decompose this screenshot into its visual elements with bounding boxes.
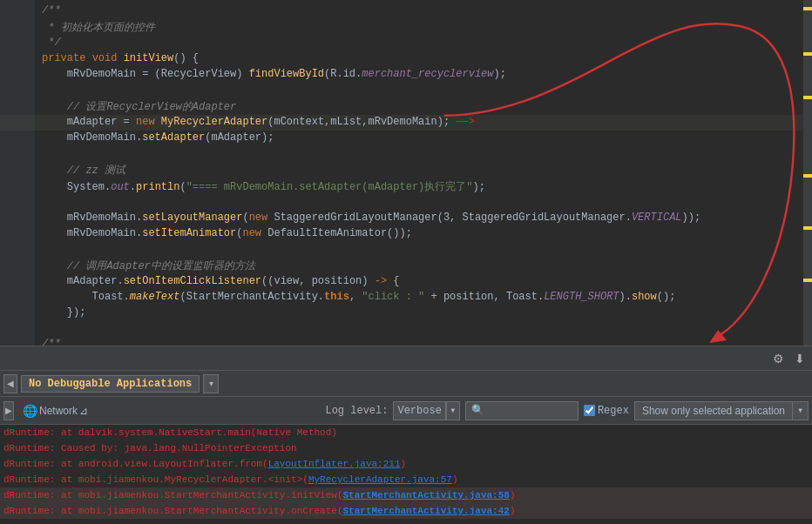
log-link[interactable]: LayoutInflater.java:211 [268, 459, 401, 469]
code-line: /** [0, 337, 803, 346]
line-content: mAdapter.setOnItemClickListener((view, p… [35, 275, 803, 287]
log-level-selector[interactable]: Verbose ▾ [393, 401, 459, 420]
network-icon: 🌐 [23, 404, 37, 418]
log-controls-bar: ▶ 🌐 Network ⊿ Log level: Verbose ▾ Regex [0, 397, 812, 425]
line-content: /** [35, 338, 803, 346]
code-line: }); [0, 306, 803, 321]
line-content: }); [35, 306, 803, 319]
log-level-value[interactable]: Verbose [393, 401, 445, 420]
line-content: Toast.makeText(StartMerchantActivity.thi… [35, 291, 803, 303]
regex-label[interactable]: Regex [584, 405, 629, 417]
margin-mark [803, 52, 812, 56]
log-text: at android.app.Activity.performCreate(Ac… [61, 521, 389, 522]
log-line: dRuntime: at mobi.jiamenkou.MyRecyclerAd… [0, 472, 812, 487]
log-prefix: dRuntime: [3, 443, 55, 453]
code-line: // zz 测试 [0, 162, 803, 178]
log-text: at mobi.jiamenkou.StartMerchantActivity.… [61, 506, 516, 516]
line-content: mRvDemoMain.setItemAnimator(new DefaultI… [35, 227, 803, 239]
network-dropdown-arrow: ⊿ [79, 405, 88, 417]
settings-button[interactable]: ⚙ [769, 350, 788, 367]
code-line [0, 146, 803, 162]
app-selector-label: No Debuggable Applications [21, 375, 200, 393]
regex-text: Regex [598, 405, 629, 417]
editor-toolbar: ⚙ ⬇ [0, 346, 812, 371]
log-link[interactable]: Activity.java:5231 [280, 521, 383, 522]
log-line: dRuntime: at mobi.jiamenkou.StartMerchan… [0, 503, 812, 519]
log-text: at dalvik.system.NativeStart.main(Native… [61, 427, 337, 438]
log-text: at mobi.jiamenkou.MyRecyclerAdapter.<ini… [61, 474, 458, 485]
code-line: mRvDemoMain.setLayoutManager(new Stagger… [0, 211, 803, 226]
log-link[interactable]: StartMerchantActivity.java:58 [342, 490, 509, 500]
line-content: mRvDemoMain = (RecyclerView) findViewByI… [35, 68, 803, 80]
log-text: at mobi.jiamenkou.StartMerchantActivity.… [61, 490, 516, 500]
margin-mark [803, 279, 812, 282]
log-level-dropdown-arrow[interactable]: ▾ [446, 401, 460, 420]
margin-mark [803, 226, 812, 230]
code-line: System.out.println("==== mRvDemoMain.set… [0, 178, 803, 195]
regex-checkbox[interactable] [584, 405, 595, 416]
code-line-highlighted: mAdapter = new MyRecyclerAdapter(mContex… [0, 115, 803, 131]
log-output: dRuntime: at dalvik.system.NativeStart.m… [0, 425, 812, 522]
code-line: private void initView() { [0, 51, 803, 67]
code-line [0, 83, 803, 98]
log-prefix: dRuntime: [3, 521, 55, 522]
margin-mark [803, 174, 812, 178]
log-level-label: Log level: [325, 405, 388, 417]
log-prefix: dRuntime: [3, 490, 55, 500]
show-app-button[interactable]: Show only selected application [634, 401, 793, 420]
download-button[interactable]: ⬇ [791, 350, 809, 367]
app-selector-dropdown[interactable]: ▾ [203, 374, 219, 393]
margin-mark [803, 7, 812, 10]
log-prefix: dRuntime: [3, 506, 55, 516]
margin-mark [803, 96, 812, 99]
code-line: mAdapter.setOnItemClickListener((view, p… [0, 274, 803, 290]
log-link[interactable]: StartMerchantActivity.java:42 [342, 506, 509, 516]
log-line: dRuntime: Caused by: java.lang.NullPoint… [0, 440, 812, 456]
show-app-dropdown-arrow[interactable]: ▾ [793, 401, 809, 420]
toolbar-right: ⚙ ⬇ [769, 350, 809, 367]
network-label: Network [39, 405, 78, 417]
code-line: // 设置RecyclerView的Adapter [0, 98, 803, 115]
log-prefix: dRuntime: [3, 474, 55, 485]
code-scrollbar[interactable] [803, 0, 812, 346]
line-content: // 调用Adapter中的设置监听器的方法 [35, 259, 803, 273]
log-line: dRuntime: at mobi.jiamenkou.StartMerchan… [0, 487, 812, 503]
log-line: dRuntime: at android.view.LayoutInflater… [0, 456, 812, 472]
app-selector-bar: ◀ No Debuggable Applications ▾ [0, 371, 812, 397]
code-line: */ [0, 36, 803, 51]
log-line: dRuntime: at dalvik.system.NativeStart.m… [0, 425, 812, 440]
code-line [0, 242, 803, 258]
code-line: // 调用Adapter中的设置监听器的方法 [0, 258, 803, 274]
line-content: System.out.println("==== mRvDemoMain.set… [35, 179, 803, 194]
bottom-panel: ◀ No Debuggable Applications ▾ ▶ 🌐 Netwo… [0, 371, 812, 522]
line-content: * 初始化本页面的控件 [35, 20, 803, 35]
line-content: /** [35, 4, 803, 17]
panel-collapse-button[interactable]: ◀ [3, 374, 17, 393]
log-text: Caused by: java.lang.NullPointerExceptio… [61, 443, 297, 453]
code-editor: /** * 初始化本页面的控件 */ private void initView… [0, 0, 812, 346]
code-line: * 初始化本页面的控件 [0, 19, 803, 36]
network-button[interactable]: 🌐 Network ⊿ [19, 402, 91, 420]
log-prefix: dRuntime: [3, 459, 55, 469]
code-line: Toast.makeText(StartMerchantActivity.thi… [0, 290, 803, 306]
line-content: private void initView() { [35, 52, 803, 64]
code-line: mRvDemoMain.setAdapter(mAdapter); [0, 131, 803, 146]
show-app-selector[interactable]: Show only selected application ▾ [634, 401, 809, 420]
code-line [0, 195, 803, 211]
line-content: // 设置RecyclerView的Adapter [35, 99, 803, 114]
code-line: /** [0, 3, 803, 19]
line-content: */ [35, 37, 803, 49]
code-line: mRvDemoMain = (RecyclerView) findViewByI… [0, 67, 803, 83]
line-content: mAdapter = new MyRecyclerAdapter(mContex… [35, 116, 803, 128]
log-link[interactable]: MyRecyclerAdapter.java:57 [308, 474, 452, 485]
log-prefix: dRuntime: [3, 427, 55, 438]
log-text: at android.view.LayoutInflater.from(Layo… [61, 459, 406, 469]
line-content: // zz 测试 [35, 163, 803, 178]
log-panel-toggle[interactable]: ▶ [3, 401, 14, 420]
log-search-input[interactable] [465, 401, 579, 420]
line-content: mRvDemoMain.setAdapter(mAdapter); [35, 131, 803, 144]
log-line: dRuntime: at android.app.Activity.perfor… [0, 519, 812, 522]
line-content: mRvDemoMain.setLayoutManager(new Stagger… [35, 212, 803, 224]
code-line: mRvDemoMain.setItemAnimator(new DefaultI… [0, 226, 803, 242]
code-line [0, 321, 803, 337]
